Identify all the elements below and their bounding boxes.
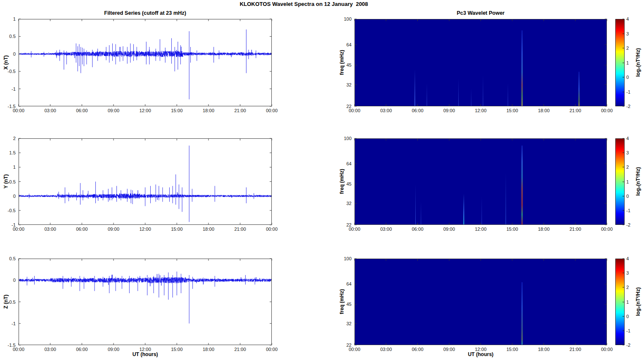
spectrogram-plot bbox=[354, 259, 607, 345]
wavelet-power-event bbox=[506, 173, 506, 225]
wavelet-power-event bbox=[414, 69, 415, 106]
colorbar-tick bbox=[622, 225, 624, 225]
y-tick-label: 2 bbox=[13, 136, 16, 141]
right-column-title: Pc3 Wavelet Power bbox=[354, 10, 607, 16]
wavelet-power-event bbox=[421, 202, 421, 225]
colorbar-y-label: log₂(nT²/Hz) bbox=[635, 167, 641, 196]
y-tick-label: 0.5 bbox=[9, 34, 16, 39]
y-tick-label: 0.5 bbox=[9, 179, 16, 184]
colorbar-tick bbox=[622, 77, 624, 78]
colorbar-tick-label: 3 bbox=[626, 31, 629, 36]
x-tick-label: 21:00 bbox=[569, 108, 581, 113]
colorbar-tick-label: 3 bbox=[626, 151, 629, 155]
x-tick-label: 21:00 bbox=[569, 227, 581, 232]
x-tick-label: 18:00 bbox=[538, 108, 550, 113]
spectrogram-plot bbox=[354, 138, 607, 225]
time-series-plot bbox=[19, 138, 272, 225]
colorbar-tick-label: 2 bbox=[626, 285, 629, 290]
colorbar-tick bbox=[622, 138, 624, 139]
colorbar-tick-label: -1 bbox=[626, 89, 630, 94]
x-tick-label: 06:00 bbox=[76, 108, 88, 113]
wavelet-power-event bbox=[463, 194, 464, 225]
colorbar-tick-label: 1 bbox=[626, 300, 629, 304]
y-tick-label: 1 bbox=[13, 17, 16, 22]
colorbar-tick bbox=[622, 106, 624, 107]
x-tick-label: 00:00 bbox=[601, 108, 613, 113]
z-series-ylabel: Z (nT) bbox=[3, 294, 9, 308]
x-tick-label: 00:00 bbox=[13, 227, 24, 232]
x-spectro-ylabel: freq (mHz) bbox=[339, 50, 345, 75]
colorbar-tick-label: 0 bbox=[626, 75, 629, 80]
y-tick-label: 0 bbox=[13, 278, 16, 283]
figure-canvas: KLOKOTOS Wavelet Spectra on 12 January 2… bbox=[0, 0, 644, 359]
colorbar-tick-label: 1 bbox=[626, 60, 629, 65]
colorbar-tick bbox=[622, 19, 624, 19]
time-series-plot bbox=[19, 259, 272, 345]
x-series-ylabel: X (nT) bbox=[3, 55, 9, 70]
wavelet-power-event bbox=[522, 146, 523, 225]
y-tick-label: -0.5 bbox=[8, 208, 16, 213]
colorbar-tick bbox=[622, 345, 624, 346]
y-tick-label: 64 bbox=[346, 43, 352, 47]
colorbar-z-label: log₂(nT²/Hz) bbox=[635, 287, 641, 316]
y-tick-label: 0 bbox=[13, 51, 16, 56]
colorbar-tick bbox=[622, 273, 624, 273]
y-tick-label: 32 bbox=[346, 201, 352, 206]
wavelet-power-event bbox=[458, 78, 459, 106]
colorbar-tick bbox=[622, 210, 624, 211]
y-tick-label: 0 bbox=[13, 194, 16, 198]
z-series-panel: 0.50-0.5-1-1.500:0003:0006:0009:0012:001… bbox=[19, 259, 272, 345]
colorbar-tick-label: -1 bbox=[626, 328, 630, 333]
y-tick-label: 1.5 bbox=[9, 151, 16, 155]
colorbar-tick-label: 2 bbox=[626, 165, 629, 170]
wavelet-power-event bbox=[522, 30, 522, 106]
x-tick-label: 06:00 bbox=[412, 227, 424, 232]
x-tick-label: 15:00 bbox=[506, 108, 518, 113]
y-series-ylabel: Y (nT) bbox=[3, 174, 9, 189]
colorbar-tick-label: 4 bbox=[626, 17, 629, 22]
wavelet-power-event bbox=[427, 83, 427, 106]
colorbar-tick bbox=[622, 196, 624, 196]
x-series-panel: 10.50-0.5-1-1.500:0003:0006:0009:0012:00… bbox=[19, 19, 272, 106]
x-tick-label: 09:00 bbox=[108, 227, 119, 232]
colorbar-x: 43210-1-2 bbox=[615, 19, 625, 106]
y-tick-label: 64 bbox=[346, 282, 352, 286]
x-tick-label: 18:00 bbox=[203, 227, 214, 232]
wavelet-power-event bbox=[482, 197, 482, 225]
wavelet-power-event bbox=[471, 89, 471, 106]
z-spectrogram-panel: 1006445322200:0003:0006:0009:0012:0015:0… bbox=[354, 259, 607, 345]
z-spectro-ylabel: freq (mHz) bbox=[339, 289, 345, 314]
x-tick-label: 12:00 bbox=[475, 108, 487, 113]
x-tick-label: 12:00 bbox=[475, 227, 487, 232]
colorbar-tick-label: 0 bbox=[626, 314, 629, 319]
x-tick-label: 15:00 bbox=[171, 227, 183, 232]
x-tick-label: 03:00 bbox=[44, 227, 56, 232]
x-tick-label: 18:00 bbox=[203, 108, 214, 113]
x-tick-label: 00:00 bbox=[349, 108, 360, 113]
y-tick-label: -0.5 bbox=[8, 69, 16, 74]
y-tick-label: 45 bbox=[346, 302, 352, 307]
x-tick-label: 00:00 bbox=[13, 108, 24, 113]
figure-title: KLOKOTOS Wavelet Spectra on 12 January 2… bbox=[0, 1, 608, 7]
x-tick-label: 09:00 bbox=[443, 108, 455, 113]
colorbar-tick bbox=[622, 48, 624, 49]
y-tick-label: 0.5 bbox=[9, 256, 16, 261]
y-spectro-ylabel: freq (mHz) bbox=[339, 169, 345, 194]
y-tick-label: 100 bbox=[344, 136, 352, 141]
x-tick-label: 03:00 bbox=[44, 108, 56, 113]
colorbar-tick-label: 2 bbox=[626, 46, 629, 51]
wavelet-power-event bbox=[508, 83, 508, 106]
x-tick-label: 00:00 bbox=[601, 227, 613, 232]
y-tick-label: 32 bbox=[346, 321, 352, 326]
colorbar-tick-label: -1 bbox=[626, 208, 630, 213]
time-series-plot bbox=[19, 19, 272, 106]
x-tick-label: 06:00 bbox=[76, 227, 88, 232]
x-tick-label: 00:00 bbox=[266, 108, 278, 113]
left-xaxis-title: UT (hours) bbox=[19, 351, 272, 357]
colorbar-tick bbox=[622, 287, 624, 288]
y-tick-label: -1 bbox=[11, 86, 16, 91]
x-tick-label: 03:00 bbox=[380, 227, 392, 232]
colorbar-tick-label: -2 bbox=[626, 343, 630, 348]
colorbar-z: 43210-1-2 bbox=[615, 259, 625, 345]
colorbar-tick-label: 4 bbox=[626, 256, 629, 261]
